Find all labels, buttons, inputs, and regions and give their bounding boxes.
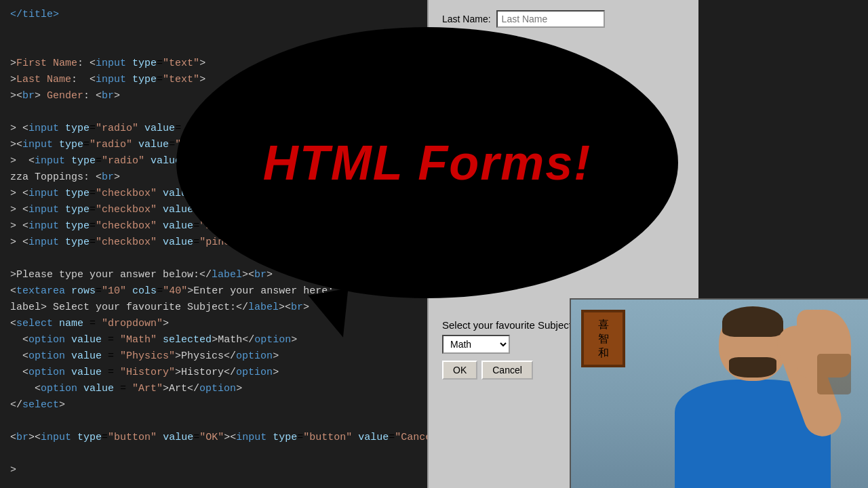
kanji-2: 智: [598, 332, 609, 345]
kanji-3: 和: [598, 346, 609, 359]
bubble-text: HTML Forms!: [263, 135, 592, 190]
ok-button[interactable]: OK: [442, 361, 477, 380]
webcam-area: 喜 智 和: [570, 298, 868, 488]
kanji-1: 喜: [598, 318, 609, 331]
arm-tattoo: [817, 354, 851, 394]
person-beard: [729, 357, 776, 378]
picture-frame: 喜 智 和: [581, 310, 625, 367]
person-hair: [722, 306, 783, 337]
cancel-button[interactable]: Cancel: [481, 361, 533, 380]
speech-bubble: HTML Forms!: [176, 27, 678, 298]
last-name-row: Last Name:: [442, 10, 685, 28]
last-name-label: Last Name:: [442, 14, 491, 24]
last-name-input[interactable]: [496, 10, 605, 28]
subject-select[interactable]: Math Physics History Art: [442, 335, 510, 354]
